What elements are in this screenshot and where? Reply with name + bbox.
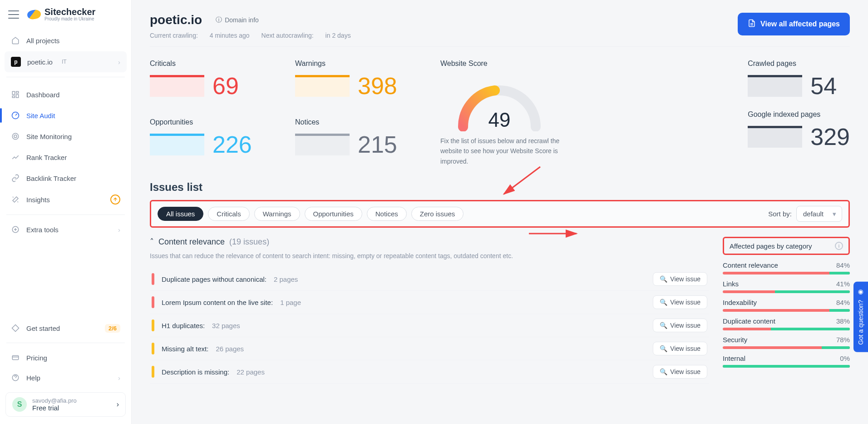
svg-point-5 (14, 135, 17, 138)
chevron-right-icon: › (118, 374, 120, 382)
view-issue-button[interactable]: 🔍View issue (653, 342, 707, 355)
menu-toggle[interactable] (8, 10, 19, 19)
stat-crawled[interactable]: Crawled pages 54 (748, 60, 850, 98)
filter-all-issues[interactable]: All issues (158, 207, 203, 221)
filter-criticals[interactable]: Criticals (208, 207, 249, 221)
nav-site-audit[interactable]: Site Audit (5, 105, 127, 125)
sort-label: Sort by: (768, 210, 792, 218)
nav-dashboard[interactable]: Dashboard (5, 85, 127, 105)
nav-label: Insights (26, 196, 50, 204)
stat-bar (748, 126, 802, 148)
search-icon: 🔍 (660, 322, 667, 329)
nav-project[interactable]: p poetic.io IT › (5, 51, 127, 72)
nav-label: Backlink Tracker (26, 175, 76, 182)
sort-select[interactable]: default (796, 206, 842, 222)
info-icon[interactable]: i (835, 242, 843, 250)
stat-warnings[interactable]: Warnings 398 (295, 60, 422, 108)
group-description: Issues that can reduce the relevance of … (150, 252, 709, 259)
stat-indexed[interactable]: Google indexed pages 329 (748, 110, 850, 149)
upgrade-badge-icon (110, 195, 120, 205)
score-description: Fix the list of issues below and recrawl… (440, 136, 577, 166)
issue-pages: 26 pages (216, 345, 244, 353)
user-card[interactable]: S savody@afia.pro Free trial › (5, 392, 126, 417)
severity-indicator (152, 343, 154, 354)
domain-info-button[interactable]: ⓘ Domain info (209, 13, 265, 27)
user-email: savody@afia.pro (32, 397, 77, 404)
category-name: Security (723, 336, 747, 344)
crawl-status: Current crawling: 4 minutes ago (150, 32, 250, 39)
user-plan: Free trial (32, 404, 77, 412)
issue-row[interactable]: Missing alt text: 26 pages 🔍View issue (150, 337, 709, 360)
stat-label: Opportunities (150, 118, 277, 126)
category-item[interactable]: Links41% (723, 280, 850, 293)
stat-label: Warnings (295, 60, 422, 68)
chevron-right-icon: › (118, 58, 120, 66)
filter-bar: All issues Criticals Warnings Opportunit… (150, 200, 850, 228)
issue-row[interactable]: H1 duplicates: 32 pages 🔍View issue (150, 314, 709, 337)
stat-notices[interactable]: Notices 215 (295, 118, 422, 167)
category-bar (723, 272, 850, 274)
svg-rect-1 (16, 91, 19, 93)
stat-label: Google indexed pages (748, 110, 850, 119)
severity-indicator (152, 273, 154, 285)
category-item[interactable]: Internal0% (723, 354, 850, 368)
nav-backlink-tracker[interactable]: Backlink Tracker (5, 168, 127, 188)
category-name: Content relevance (723, 261, 778, 269)
category-item[interactable]: Indexability84% (723, 299, 850, 312)
svg-rect-7 (12, 356, 19, 360)
view-issue-button[interactable]: 🔍View issue (653, 319, 707, 332)
diamond-icon (11, 324, 20, 333)
nav-all-projects[interactable]: All projects (5, 30, 127, 50)
category-bar (723, 290, 850, 293)
view-issue-button[interactable]: 🔍View issue (653, 295, 707, 309)
filter-notices[interactable]: Notices (367, 207, 407, 221)
issue-row[interactable]: Duplicate pages without canonical: 2 pag… (150, 268, 709, 291)
search-icon: 🔍 (660, 368, 667, 375)
category-bar (723, 365, 850, 368)
svg-rect-0 (12, 91, 15, 95)
search-icon: 🔍 (660, 345, 667, 352)
info-icon: ⓘ (216, 16, 222, 24)
filter-warnings[interactable]: Warnings (254, 207, 300, 221)
nav-help[interactable]: Help › (5, 368, 127, 388)
project-name: poetic.io (27, 58, 53, 66)
autocrawl-status: Next autocrawling: in 2 days (261, 32, 351, 39)
category-item[interactable]: Duplicate content38% (723, 317, 850, 330)
filter-opportunities[interactable]: Opportunities (305, 207, 362, 221)
view-issue-button[interactable]: 🔍View issue (653, 272, 707, 286)
sidebar: Sitechecker Proudly made in Ukraine All … (0, 0, 132, 424)
score-value: 49 (488, 109, 511, 131)
logo[interactable]: Sitechecker Proudly made in Ukraine (27, 7, 95, 21)
category-percent: 0% (840, 354, 850, 362)
category-name: Internal (723, 354, 745, 362)
issue-title: Lorem Ipsum content on the live site: (162, 299, 273, 306)
issue-group-header[interactable]: ˄ Content relevance (19 issues) (150, 237, 709, 247)
nav-rank-tracker[interactable]: Rank Tracker (5, 147, 127, 167)
stat-label: Notices (295, 118, 422, 126)
severity-indicator (152, 319, 154, 331)
stat-opportunities[interactable]: Opportunities 226 (150, 118, 277, 167)
issue-row[interactable]: Lorem Ipsum content on the live site: 1 … (150, 291, 709, 314)
feedback-tab[interactable]: Got a question? ◉ (853, 282, 868, 352)
issue-pages: 32 pages (212, 322, 240, 329)
stat-value: 226 (212, 133, 252, 156)
nav-extra-tools[interactable]: Extra tools › (5, 219, 127, 239)
nav-pricing[interactable]: Pricing (5, 348, 127, 368)
view-issue-button[interactable]: 🔍View issue (653, 365, 707, 379)
category-item[interactable]: Content relevance84% (723, 261, 850, 274)
issue-row[interactable]: Description is missing: 22 pages 🔍View i… (150, 360, 709, 384)
filter-zero-issues[interactable]: Zero issues (411, 207, 464, 221)
category-item[interactable]: Security78% (723, 336, 850, 349)
nav-get-started[interactable]: Get started 2/6 (5, 318, 127, 338)
card-icon (11, 353, 20, 362)
button-label: View all affected pages (760, 20, 840, 28)
stat-label: Crawled pages (748, 60, 850, 68)
nav-label: Site Audit (26, 112, 55, 120)
view-affected-pages-button[interactable]: View all affected pages (738, 13, 850, 35)
nav-insights[interactable]: Insights (5, 189, 127, 210)
stat-criticals[interactable]: Criticals 69 (150, 60, 277, 108)
nav-site-monitoring[interactable]: Site Monitoring (5, 126, 127, 146)
categories-title: Affected pages by category (730, 242, 812, 250)
issue-pages: 1 page (280, 299, 301, 306)
nav-label: Get started (26, 324, 60, 332)
